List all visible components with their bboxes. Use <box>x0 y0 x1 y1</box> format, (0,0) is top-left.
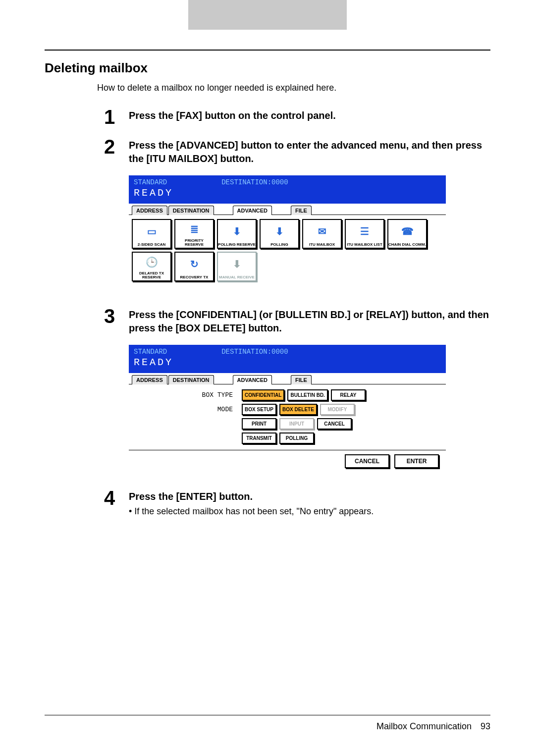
step-bullet: If the selected mailbox has not been set… <box>129 506 490 517</box>
header-standard: STANDARD <box>134 348 167 356</box>
btn-itu-mailbox[interactable]: ✉ ITU MAILBOX <box>302 219 342 249</box>
step-title: Press the [ENTER] button. <box>129 490 490 503</box>
step-number: 2 <box>104 137 124 157</box>
clock-icon: 🕒 <box>146 253 158 271</box>
top-gray-bar <box>188 0 347 30</box>
footer-rule <box>45 715 490 715</box>
mailbox-list-icon: ☰ <box>360 220 369 243</box>
btn-polling-reserve[interactable]: ⬇ POLLING RESERVE <box>217 219 257 249</box>
screenshot-box-delete: STANDARD DESTINATION:0000 READY ADDRESS … <box>129 345 446 473</box>
step-4: 4 Press the [ENTER] button. If the selec… <box>104 488 490 517</box>
btn-cancel-mode[interactable]: CANCEL <box>317 418 352 430</box>
btn-modify[interactable]: MODIFY <box>320 404 355 415</box>
btn-bulletin-bd[interactable]: BULLETIN BD. <box>287 389 327 401</box>
btn-delayed-tx[interactable]: 🕒 DELAYED TX RESERVE <box>132 252 171 281</box>
btn-confidential[interactable]: CONFIDENTIAL <box>242 389 284 401</box>
header-destination: DESTINATION:0000 <box>221 348 288 356</box>
advanced-grid: ▭ 2-SIDED SCAN ≣ PRIORITY RESERVE ⬇ POLL… <box>129 215 446 291</box>
header-destination: DESTINATION:0000 <box>221 178 288 186</box>
download-icon: ⬇ <box>233 220 241 243</box>
section-title: Deleting mailbox <box>45 60 490 76</box>
top-rule <box>45 50 490 51</box>
tab-address[interactable]: ADDRESS <box>132 375 167 384</box>
tab-advanced[interactable]: ADVANCED <box>233 375 272 384</box>
btn-itu-mailbox-list[interactable]: ☰ ITU MAILBOX LIST <box>345 219 384 249</box>
step-title: Press the [FAX] button on the control pa… <box>129 109 490 122</box>
btn-priority-reserve[interactable]: ≣ PRIORITY RESERVE <box>174 219 214 249</box>
btn-box-delete[interactable]: BOX DELETE <box>279 404 317 415</box>
header-standard: STANDARD <box>134 178 167 186</box>
dialog-footer: CANCEL ENTER <box>129 450 446 473</box>
step-number: 4 <box>104 488 124 508</box>
btn-polling[interactable]: ⬇ POLLING <box>260 219 299 249</box>
tab-spacer <box>273 206 290 215</box>
step-2: 2 Press the [ADVANCED] button to enter t… <box>104 137 490 165</box>
tab-spacer <box>273 375 290 384</box>
chain-icon: ☎ <box>401 220 414 243</box>
tab-destination[interactable]: DESTINATION <box>168 375 214 384</box>
screen-header: STANDARD DESTINATION:0000 READY <box>129 345 446 372</box>
tab-spacer <box>215 375 232 384</box>
btn-polling[interactable]: POLLING <box>279 432 314 444</box>
receive-icon: ⬇ <box>233 253 241 275</box>
tab-bar: ADDRESS DESTINATION ADVANCED FILE <box>129 373 446 384</box>
label-mode: MODE <box>134 406 239 413</box>
step-number: 1 <box>104 107 124 127</box>
tab-spacer <box>215 206 232 215</box>
step-title: Press the [CONFIDENTIAL] (or [BULLETIN B… <box>129 308 490 335</box>
screen-header: STANDARD DESTINATION:0000 READY <box>129 175 446 203</box>
tab-address[interactable]: ADDRESS <box>132 206 167 215</box>
step-3: 3 Press the [CONFIDENTIAL] (or [BULLETIN… <box>104 306 490 335</box>
page-footer: Mailbox Communication 93 <box>45 721 490 747</box>
label-box-type: BOX TYPE <box>134 391 239 399</box>
tab-destination[interactable]: DESTINATION <box>168 206 214 215</box>
tab-file[interactable]: FILE <box>291 375 312 384</box>
btn-2sided-scan[interactable]: ▭ 2-SIDED SCAN <box>132 219 171 249</box>
header-ready: READY <box>134 187 441 199</box>
btn-chain-dial[interactable]: ☎ CHAIN DIAL COMM. <box>387 219 427 249</box>
mailbox-icon: ✉ <box>318 220 326 243</box>
btn-enter[interactable]: ENTER <box>394 454 439 468</box>
recovery-icon: ↻ <box>190 253 199 275</box>
btn-recovery-tx[interactable]: ↻ RECOVERY TX <box>174 252 214 281</box>
step-title: Press the [ADVANCED] button to enter the… <box>129 139 490 165</box>
mailbox-panel: BOX TYPE CONFIDENTIAL BULLETIN BD. RELAY… <box>129 384 446 450</box>
scan-icon: ▭ <box>147 220 157 243</box>
intro-text: How to delete a mailbox no longer needed… <box>97 83 490 93</box>
btn-relay[interactable]: RELAY <box>331 389 366 401</box>
screenshot-advanced-menu: STANDARD DESTINATION:0000 READY ADDRESS … <box>129 175 446 291</box>
btn-manual-receive[interactable]: ⬇ MANUAL RECEIVE <box>217 252 257 281</box>
btn-transmit[interactable]: TRANSMIT <box>242 432 276 444</box>
tab-file[interactable]: FILE <box>291 206 312 215</box>
btn-box-setup[interactable]: BOX SETUP <box>242 404 276 415</box>
tab-advanced[interactable]: ADVANCED <box>233 206 272 215</box>
btn-input[interactable]: INPUT <box>279 418 314 430</box>
step-1: 1 Press the [FAX] button on the control … <box>104 107 490 127</box>
tab-bar: ADDRESS DESTINATION ADVANCED FILE <box>129 204 446 215</box>
btn-cancel[interactable]: CANCEL <box>345 454 389 468</box>
polling-icon: ⬇ <box>275 220 284 243</box>
footer-chapter: Mailbox Communication <box>376 721 472 732</box>
header-ready: READY <box>134 357 441 368</box>
list-icon: ≣ <box>190 220 199 239</box>
footer-page: 93 <box>481 721 490 732</box>
btn-print[interactable]: PRINT <box>242 418 276 430</box>
step-number: 3 <box>104 306 124 326</box>
